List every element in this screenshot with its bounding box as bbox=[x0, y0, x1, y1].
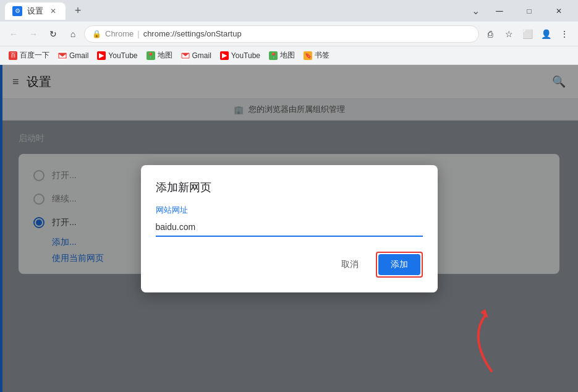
bookmark-gmail-1-label: Gmail bbox=[69, 51, 88, 60]
url-divider: | bbox=[137, 29, 139, 38]
gmail-icon-1 bbox=[58, 51, 67, 60]
title-bar-left: ⚙ 设置 ✕ + bbox=[5, 2, 87, 20]
bookmark-shuqian-label: 书签 bbox=[315, 50, 329, 61]
navigation-bar: ← → ↻ ⌂ 🔒 Chrome | chrome://settings/onS… bbox=[0, 22, 578, 46]
profile-button[interactable]: 👤 bbox=[537, 25, 555, 43]
window-close-button[interactable]: ✕ bbox=[545, 0, 573, 22]
bookmark-gmail-2[interactable]: Gmail bbox=[177, 49, 215, 62]
back-button[interactable]: ← bbox=[5, 25, 22, 43]
add-button-wrapper: 添加 bbox=[376, 252, 423, 278]
map-icon-1: 📍 bbox=[147, 51, 155, 60]
bookmarks-bar: 百 百度一下 Gmail ▶ YouTube 📍 地图 Gmail ▶ YouT… bbox=[0, 46, 578, 65]
window-controls: ⌄ ─ □ ✕ bbox=[467, 0, 573, 22]
bookmark-map-1-label: 地图 bbox=[158, 50, 172, 61]
title-bar: ⚙ 设置 ✕ + ⌄ ─ □ ✕ bbox=[0, 0, 578, 22]
bookmark-map-1[interactable]: 📍 地图 bbox=[143, 48, 176, 62]
bookmark-gmail-1[interactable]: Gmail bbox=[54, 49, 92, 62]
url-text: chrome://settings/onStartup bbox=[143, 29, 242, 38]
tab-strip-chevron[interactable]: ⌄ bbox=[467, 2, 484, 20]
bookmark-youtube-1[interactable]: ▶ YouTube bbox=[93, 49, 141, 62]
dialog-overlay[interactable]: 添加新网页 网站网址 取消 添加 bbox=[0, 65, 578, 392]
map-icon-2: 📍 bbox=[269, 51, 278, 60]
bookmark-gmail-2-label: Gmail bbox=[192, 51, 211, 60]
url-input[interactable] bbox=[156, 218, 423, 237]
address-bar[interactable]: 🔒 Chrome | chrome://settings/onStartup bbox=[84, 25, 479, 43]
active-tab[interactable]: ⚙ 设置 ✕ bbox=[5, 2, 66, 20]
youtube-icon-2: ▶ bbox=[220, 51, 229, 60]
forward-button[interactable]: → bbox=[25, 25, 42, 43]
bookmark-map-2-label: 地图 bbox=[280, 50, 295, 61]
shuqian-icon: 🔖 bbox=[304, 51, 312, 60]
page-content: ≡ 设置 🔍 🏢 您的浏览器由所属组织管理 启动时 打开... 继续... 打开… bbox=[0, 65, 578, 392]
share-button[interactable]: ⎙ bbox=[482, 25, 499, 43]
arrow-annotation bbox=[454, 278, 529, 380]
minimize-button[interactable]: ─ bbox=[485, 0, 514, 22]
bookmark-map-2[interactable]: 📍 地图 bbox=[265, 48, 299, 62]
baidu-icon: 百 bbox=[9, 51, 17, 60]
maximize-button[interactable]: □ bbox=[515, 0, 543, 22]
extension-button[interactable]: ⬜ bbox=[519, 25, 536, 43]
bookmark-youtube-2-label: YouTube bbox=[231, 51, 260, 60]
add-page-dialog: 添加新网页 网站网址 取消 添加 bbox=[141, 165, 438, 292]
nav-actions: ⎙ ☆ ⬜ 👤 ⋮ bbox=[482, 25, 573, 43]
add-button[interactable]: 添加 bbox=[378, 254, 420, 275]
bookmark-baidu[interactable]: 百 百度一下 bbox=[5, 48, 53, 62]
bookmark-shuqian[interactable]: 🔖 书签 bbox=[300, 48, 333, 62]
chrome-label: Chrome bbox=[105, 29, 134, 38]
home-button[interactable]: ⌂ bbox=[64, 25, 82, 43]
menu-button[interactable]: ⋮ bbox=[556, 25, 573, 43]
tab-favicon: ⚙ bbox=[12, 6, 22, 16]
youtube-icon-1: ▶ bbox=[97, 51, 106, 60]
new-tab-button[interactable]: + bbox=[69, 2, 87, 20]
tab-close-button[interactable]: ✕ bbox=[48, 6, 58, 16]
tab-title: 设置 bbox=[27, 6, 43, 17]
bookmark-button[interactable]: ☆ bbox=[500, 25, 517, 43]
bookmark-youtube-2[interactable]: ▶ YouTube bbox=[216, 49, 264, 62]
cancel-button[interactable]: 取消 bbox=[329, 252, 371, 278]
url-input-label: 网站网址 bbox=[156, 205, 423, 216]
lock-icon: 🔒 bbox=[92, 30, 101, 38]
bookmark-youtube-1-label: YouTube bbox=[108, 51, 137, 60]
gmail-icon-2 bbox=[181, 51, 190, 60]
dialog-title: 添加新网页 bbox=[156, 180, 423, 195]
reload-button[interactable]: ↻ bbox=[45, 25, 62, 43]
bookmark-baidu-label: 百度一下 bbox=[20, 50, 49, 61]
dialog-buttons: 取消 添加 bbox=[156, 252, 423, 278]
